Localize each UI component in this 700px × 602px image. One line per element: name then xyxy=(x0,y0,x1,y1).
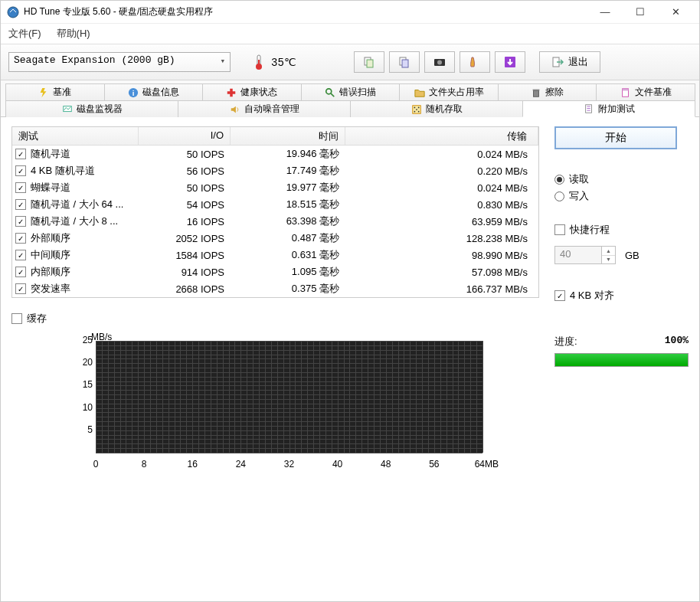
radio-write[interactable]: 写入 xyxy=(554,188,689,204)
svg-point-27 xyxy=(414,110,415,112)
y-tick: 20 xyxy=(77,357,93,368)
svg-rect-3 xyxy=(258,60,260,67)
start-button[interactable]: 开始 xyxy=(554,126,677,149)
transfer-value: 128.238 MB/s xyxy=(345,233,538,244)
io-value: 16 IOPS xyxy=(139,216,231,227)
chart-x-max: 64MB xyxy=(475,459,499,469)
row-checkbox[interactable]: ✓ xyxy=(15,267,26,277)
cache-label: 缓存 xyxy=(27,312,47,326)
tab-sound[interactable]: 自动噪音管理 xyxy=(178,100,351,117)
drive-select[interactable]: Seagate Expansion (2000 gB) xyxy=(8,52,231,72)
tab-bolt[interactable]: 基准 xyxy=(5,83,105,100)
svg-text:i: i xyxy=(132,88,135,97)
test-name: 蝴蝶寻道 xyxy=(31,181,70,195)
title-bar: HD Tune 专业版 5.60 - 硬盘/固态硬盘实用程序 — ☐ ✕ xyxy=(1,1,699,24)
io-value: 2668 IOPS xyxy=(139,283,231,295)
tab-folder[interactable]: 文件夹占用率 xyxy=(399,83,499,100)
save-button[interactable] xyxy=(495,51,525,73)
row-checkbox[interactable]: ✓ xyxy=(15,233,26,244)
th-test[interactable]: 测试 xyxy=(12,127,139,145)
minimize-button[interactable]: — xyxy=(587,1,623,24)
close-button[interactable]: ✕ xyxy=(658,1,693,24)
spin-up[interactable]: ▲ xyxy=(602,247,615,256)
io-value: 50 IOPS xyxy=(139,149,231,160)
transfer-value: 0.830 MB/s xyxy=(345,199,538,211)
th-time[interactable]: 时间 xyxy=(231,127,345,145)
test-name: 随机寻道 xyxy=(31,147,70,161)
exit-button[interactable]: 退出 xyxy=(539,51,600,73)
extra-icon xyxy=(584,103,594,114)
tab-plus[interactable]: 健康状态 xyxy=(202,83,302,100)
quick-path-checkbox[interactable] xyxy=(554,224,565,235)
time-value: 1.095 毫秒 xyxy=(231,265,345,279)
quick-path-checkbox-row[interactable]: 快捷行程 xyxy=(554,221,689,238)
tab-file[interactable]: 文件基准 xyxy=(596,83,695,100)
transfer-value: 166.737 MB/s xyxy=(345,283,538,295)
row-checkbox[interactable]: ✓ xyxy=(15,165,26,176)
y-tick: 25 xyxy=(77,335,93,345)
tab-trash[interactable]: 擦除 xyxy=(498,83,597,100)
size-spin-buttons[interactable]: ▲ ▼ xyxy=(602,246,616,264)
table-row[interactable]: ✓内部顺序914 IOPS1.095 毫秒57.098 MB/s xyxy=(12,263,538,280)
window-title: HD Tune 专业版 5.60 - 硬盘/固态硬盘实用程序 xyxy=(24,5,587,18)
radio-write-input[interactable] xyxy=(554,191,564,201)
file-icon xyxy=(620,87,631,98)
svg-rect-19 xyxy=(533,89,540,90)
thermometer-icon xyxy=(253,54,265,70)
svg-rect-7 xyxy=(402,60,408,67)
tab-info[interactable]: i磁盘信息 xyxy=(104,83,204,100)
results-table: 测试 I/O 时间 传输 ✓随机寻道50 IOPS19.946 毫秒0.024 … xyxy=(11,126,539,298)
align-checkbox[interactable]: ✓ xyxy=(554,290,565,301)
test-name: 中间顺序 xyxy=(31,248,70,262)
io-value: 50 IOPS xyxy=(139,182,231,194)
tab-extra[interactable]: 附加测试 xyxy=(522,100,695,117)
align-checkbox-row[interactable]: ✓ 4 KB 对齐 xyxy=(554,287,689,304)
time-value: 0.487 毫秒 xyxy=(231,231,345,245)
io-value: 1584 IOPS xyxy=(139,250,231,261)
row-checkbox[interactable]: ✓ xyxy=(15,199,26,210)
table-row[interactable]: ✓随机寻道 / 大小 8 ...16 IOPS63.398 毫秒63.959 M… xyxy=(12,213,538,230)
test-name: 外部顺序 xyxy=(31,231,70,245)
radio-read[interactable]: 读取 xyxy=(554,171,689,188)
row-checkbox[interactable]: ✓ xyxy=(15,283,26,294)
menu-bar: 文件(F) 帮助(H) xyxy=(1,24,699,44)
cache-checkbox[interactable] xyxy=(11,313,22,324)
table-row[interactable]: ✓外部顺序2052 IOPS0.487 毫秒128.238 MB/s xyxy=(12,230,538,247)
folder-icon xyxy=(414,87,425,98)
transfer-value: 0.024 MB/s xyxy=(345,149,538,160)
x-tick: 40 xyxy=(332,459,342,469)
bolt-icon xyxy=(38,87,49,98)
spin-down[interactable]: ▼ xyxy=(602,256,615,264)
table-row[interactable]: ✓中间顺序1584 IOPS0.631 毫秒98.990 MB/s xyxy=(12,247,538,263)
menu-help[interactable]: 帮助(H) xyxy=(57,27,90,41)
io-value: 2052 IOPS xyxy=(139,233,231,244)
cache-checkbox-row[interactable]: 缓存 xyxy=(11,312,539,326)
transfer-value: 0.220 MB/s xyxy=(345,165,538,177)
table-row[interactable]: ✓4 KB 随机寻道56 IOPS17.749 毫秒0.220 MB/s xyxy=(12,162,538,179)
copy-info-button[interactable] xyxy=(389,51,420,73)
table-row[interactable]: ✓蝴蝶寻道50 IOPS19.977 毫秒0.024 MB/s xyxy=(12,179,538,196)
tab-random[interactable]: 随机存取 xyxy=(350,100,523,117)
row-checkbox[interactable]: ✓ xyxy=(15,149,26,159)
svg-rect-32 xyxy=(587,110,590,111)
row-checkbox[interactable]: ✓ xyxy=(15,250,26,260)
options-button[interactable] xyxy=(460,51,490,73)
table-row[interactable]: ✓随机寻道 / 大小 64 ...54 IOPS18.515 毫秒0.830 M… xyxy=(12,196,538,213)
tab-monitor[interactable]: 磁盘监视器 xyxy=(5,100,178,117)
th-io[interactable]: I/O xyxy=(139,127,231,145)
trash-icon xyxy=(531,87,541,98)
app-icon xyxy=(7,6,19,18)
y-tick: 15 xyxy=(77,379,93,390)
row-checkbox[interactable]: ✓ xyxy=(15,216,26,227)
size-input[interactable]: 40 xyxy=(554,246,602,264)
row-checkbox[interactable]: ✓ xyxy=(15,182,26,193)
maximize-button[interactable]: ☐ xyxy=(623,1,658,24)
table-row[interactable]: ✓突发速率2668 IOPS0.375 毫秒166.737 MB/s xyxy=(12,280,538,297)
radio-read-input[interactable] xyxy=(554,175,564,185)
table-row[interactable]: ✓随机寻道50 IOPS19.946 毫秒0.024 MB/s xyxy=(12,146,538,162)
copy-results-button[interactable] xyxy=(354,51,384,73)
screenshot-button[interactable] xyxy=(424,51,455,73)
tab-search[interactable]: 错误扫描 xyxy=(301,83,401,100)
menu-file[interactable]: 文件(F) xyxy=(8,27,41,41)
th-transfer[interactable]: 传输 xyxy=(345,127,538,145)
